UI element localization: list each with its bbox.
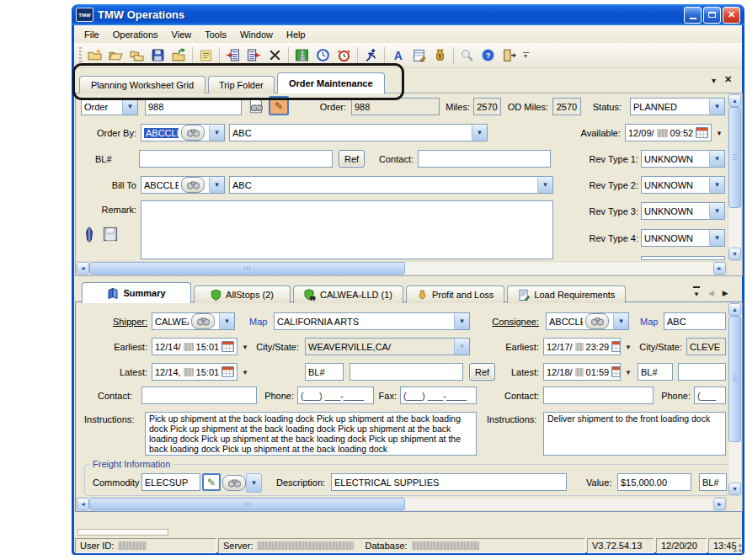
freight-bl-field[interactable]: BL# (699, 473, 727, 491)
chevron-down-icon[interactable] (454, 313, 469, 329)
remove-row-icon[interactable] (243, 45, 264, 66)
tab-pin-dropdown-icon[interactable] (693, 286, 700, 298)
binoculars-icon[interactable] (222, 475, 246, 491)
date-dropdown-icon[interactable] (239, 363, 251, 381)
order-form-hscrollbar[interactable] (76, 261, 727, 275)
scroll-up-icon[interactable] (728, 94, 741, 107)
available-date-input[interactable]: 12/09/ 09:52 (625, 124, 712, 141)
scroll-right-icon[interactable] (713, 498, 726, 510)
tab-profit-and-loss[interactable]: Profit and Loss (406, 285, 504, 303)
copy-icon[interactable] (126, 45, 147, 66)
order-by-code-combo[interactable]: ABCCLE (141, 124, 225, 141)
order-form-vscrollbar[interactable] (728, 93, 742, 261)
order-number-input[interactable]: 988 (145, 98, 242, 115)
rev-type2-combo[interactable]: UNKNOWN (641, 176, 725, 194)
tab-scroll-left-icon[interactable] (708, 287, 714, 297)
consignee-label[interactable]: Consignee: (487, 312, 539, 330)
summary-hscrollbar[interactable] (76, 497, 727, 511)
consignee-map-link[interactable]: Map (640, 312, 662, 330)
tab-planning-worksheet-grid[interactable]: Planning Worksheet Grid (79, 76, 205, 93)
contacts-icon[interactable] (408, 45, 430, 66)
shipper-latest-input[interactable]: 12/14, 15:01 (152, 363, 237, 381)
consignee-bl-type-field[interactable]: BL# (638, 363, 673, 381)
vscroll-thumb[interactable] (728, 107, 741, 208)
chevron-down-icon[interactable] (122, 99, 137, 115)
date-dropdown-icon[interactable] (622, 363, 634, 381)
vscroll-thumb[interactable] (728, 316, 741, 442)
description-input[interactable]: ELECTRICAL SUPPLIES (331, 473, 567, 491)
chevron-down-icon[interactable] (246, 473, 262, 493)
shipper-bl-type-field[interactable]: BL# (305, 363, 344, 381)
shipper-ref-button[interactable]: Ref (469, 363, 495, 381)
hscroll-thumb[interactable] (89, 498, 405, 510)
chevron-down-icon[interactable] (709, 203, 724, 219)
chevron-down-icon[interactable] (709, 177, 724, 193)
scroll-right-icon[interactable] (713, 262, 726, 275)
commodity-input[interactable]: ELECSUP (141, 473, 200, 491)
minimize-button[interactable] (684, 7, 702, 24)
shipper-map-link[interactable]: Map (249, 312, 271, 330)
available-dropdown-icon[interactable] (713, 124, 725, 141)
calendar-icon[interactable] (696, 127, 708, 138)
order-by-name-combo[interactable]: ABC (229, 124, 488, 141)
export-icon[interactable] (168, 45, 189, 66)
consignee-contact-input[interactable] (543, 387, 654, 404)
tab-load-requirements[interactable]: Load Requirements (507, 285, 626, 303)
rev-type3-combo[interactable]: UNKNOWN (641, 202, 725, 220)
date-dropdown-icon[interactable] (622, 338, 634, 355)
bl-number-input[interactable] (139, 150, 333, 168)
scroll-left-icon[interactable] (77, 262, 89, 275)
rev-type4-combo[interactable]: UNKNOWN (641, 229, 725, 247)
consignee-map-field[interactable]: ABC (664, 312, 726, 330)
tab-order-maintenance[interactable]: Order Maintenance (277, 72, 385, 93)
menu-file[interactable]: File (77, 27, 106, 42)
binoculars-icon[interactable] (181, 125, 205, 141)
insert-row-icon[interactable] (222, 45, 243, 66)
consignee-code-combo[interactable]: ABCCLE (546, 312, 629, 330)
chevron-down-icon[interactable] (709, 99, 724, 115)
status-combo[interactable]: PLANNED (630, 98, 725, 115)
calendar-icon[interactable] (221, 341, 234, 352)
shipper-map-combo[interactable]: CALIFORNIA ARTS (274, 312, 470, 330)
scroll-down-icon[interactable] (728, 483, 741, 495)
contact-input[interactable] (418, 150, 551, 168)
money-bag-icon[interactable]: $ (430, 45, 451, 66)
shipper-instructions-textarea[interactable]: Pick up shipment at the back loading doc… (145, 412, 477, 456)
value-input[interactable]: $15,000.00 (617, 473, 691, 491)
calendar-icon[interactable] (221, 366, 234, 377)
chevron-down-icon[interactable] (709, 151, 724, 167)
shipper-phone-input[interactable]: (___) ___-____ (297, 387, 374, 404)
open-icon[interactable] (105, 45, 126, 66)
shipper-label[interactable]: Shipper: (84, 312, 147, 330)
delete-icon[interactable] (264, 45, 285, 66)
resize-grip[interactable] (734, 544, 742, 552)
notes-icon[interactable] (195, 45, 216, 66)
consignee-earliest-input[interactable]: 12/17/ 23:29 (543, 338, 621, 355)
maximize-button[interactable] (703, 7, 721, 24)
chevron-down-icon[interactable] (209, 177, 224, 193)
calendar-icon[interactable] (611, 341, 621, 352)
edit-commodity-icon[interactable] (202, 473, 221, 491)
chevron-down-icon[interactable] (709, 230, 724, 246)
date-dropdown-icon[interactable] (239, 338, 251, 355)
remark-textarea[interactable] (141, 200, 553, 259)
tab-allstops[interactable]: AllStops (2) (194, 285, 291, 303)
shipper-bl-input[interactable] (349, 363, 463, 381)
chevron-down-icon[interactable] (613, 313, 628, 329)
hscroll-thumb[interactable] (89, 262, 405, 275)
binoculars-icon[interactable] (585, 313, 609, 329)
scroll-left-icon[interactable] (77, 498, 89, 510)
bill-to-code-combo[interactable]: ABCCLE (141, 176, 225, 194)
shipper-fax-input[interactable]: (___) ___-____ (400, 387, 477, 404)
tab-scroll-right-icon[interactable] (723, 287, 728, 297)
close-button[interactable] (723, 7, 740, 24)
toolbar-grip[interactable] (79, 47, 82, 64)
new-icon[interactable] (84, 45, 105, 66)
help-icon[interactable]: ? (478, 45, 499, 66)
dispatch-icon[interactable] (360, 45, 382, 66)
consignee-instructions-textarea[interactable]: Deliver shipment to the front loading do… (543, 412, 726, 456)
shipper-code-combo[interactable]: CALWEA (152, 312, 235, 330)
search-icon[interactable] (456, 45, 478, 66)
tab-summary[interactable]: Summary (82, 282, 191, 303)
shipper-earliest-input[interactable]: 12/14/ 15:01 (152, 338, 237, 355)
